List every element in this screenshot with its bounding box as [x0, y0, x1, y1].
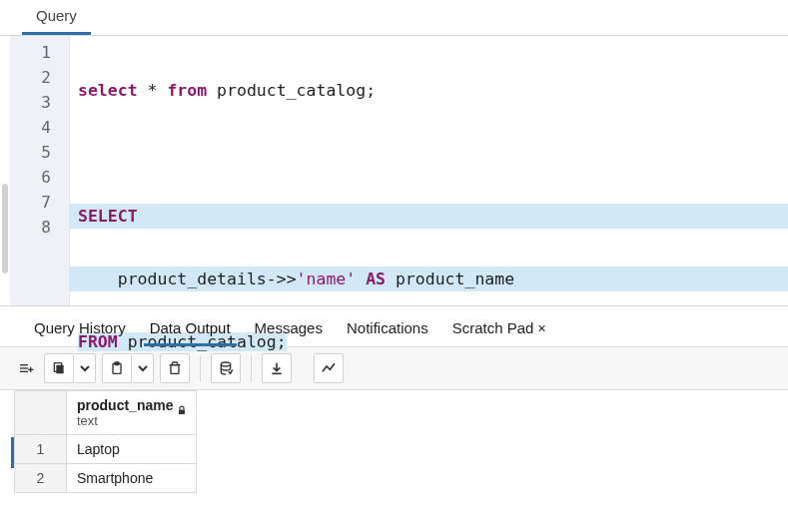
row-number[interactable]: 1	[15, 435, 67, 464]
grid-select-all[interactable]	[15, 391, 67, 435]
column-header[interactable]: product_name text	[67, 391, 197, 435]
line-number: 3	[10, 90, 69, 115]
line-number: 2	[10, 65, 69, 90]
row-number[interactable]: 2	[15, 464, 67, 493]
lock-icon	[176, 403, 188, 419]
code-line: product_details->>'name' AS product_name	[70, 266, 788, 291]
editor-tabs: Query	[0, 0, 788, 36]
line-number: 5	[10, 140, 69, 165]
add-row-button[interactable]	[14, 353, 38, 383]
line-number: 6	[10, 165, 69, 190]
tab-notifications[interactable]: Notifications	[335, 313, 440, 346]
code-area[interactable]: select * from product_catalog; SELECT pr…	[70, 36, 788, 305]
code-line: select * from product_catalog;	[70, 78, 788, 103]
tab-data-output[interactable]: Data Output	[138, 313, 243, 346]
code-line	[70, 141, 788, 166]
line-number-gutter: 1 2 3 4 5 6 7 8	[10, 36, 70, 305]
tab-query-history[interactable]: Query History	[22, 313, 138, 346]
tab-messages[interactable]: Messages	[243, 313, 335, 346]
cell[interactable]: Laptop	[67, 435, 197, 464]
table-row[interactable]: 1 Laptop	[15, 435, 197, 464]
svg-rect-13	[179, 410, 185, 415]
line-number: 8	[10, 215, 69, 240]
cell[interactable]: Smartphone	[67, 464, 197, 493]
column-name: product_name	[77, 397, 173, 413]
copy-icon	[51, 360, 67, 376]
scrollbar-vertical[interactable]	[0, 36, 10, 305]
tab-scratch-pad[interactable]: Scratch Pad×	[440, 313, 558, 346]
code-line: SELECT	[70, 204, 788, 229]
tab-query-label: Query	[36, 7, 77, 24]
data-grid[interactable]: product_name text 1 Laptop 2	[0, 390, 788, 532]
tab-query[interactable]: Query	[22, 0, 91, 35]
line-number: 1	[10, 40, 69, 65]
rows-plus-icon	[18, 360, 34, 376]
sql-editor: 1 2 3 4 5 6 7 8 select * from product_ca…	[0, 36, 788, 305]
svg-rect-5	[56, 365, 63, 374]
line-number: 7	[10, 190, 69, 215]
line-number: 4	[10, 115, 69, 140]
table-row[interactable]: 2 Smartphone	[15, 464, 197, 493]
column-type: text	[77, 413, 186, 428]
close-icon[interactable]: ×	[537, 320, 545, 336]
app-root: Query 1 2 3 4 5 6 7 8 select * from prod…	[0, 0, 788, 532]
active-row-indicator	[11, 437, 14, 468]
